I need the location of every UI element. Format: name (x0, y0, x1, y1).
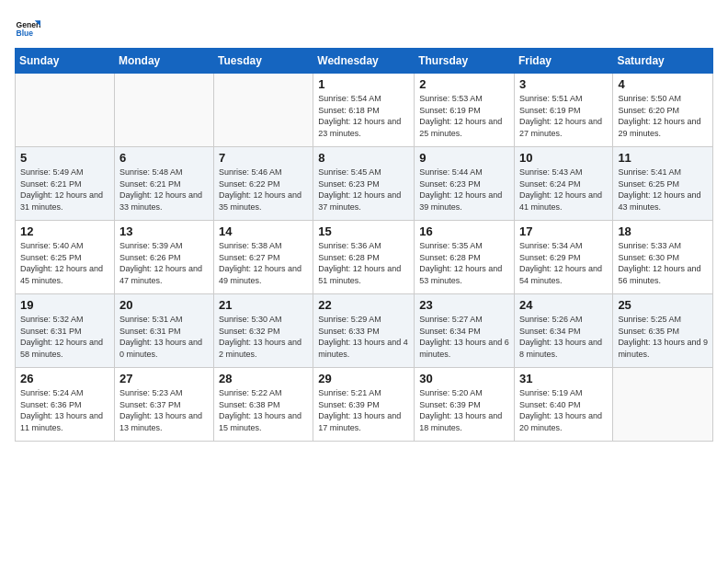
week-row-3: 12Sunrise: 5:40 AM Sunset: 6:25 PM Dayli… (16, 221, 713, 294)
day-number: 8 (318, 151, 409, 165)
column-header-saturday: Saturday (613, 49, 713, 74)
day-number: 5 (20, 151, 109, 165)
day-info: Sunrise: 5:33 AM Sunset: 6:30 PM Dayligh… (618, 240, 708, 286)
day-info: Sunrise: 5:34 AM Sunset: 6:29 PM Dayligh… (519, 240, 608, 286)
calendar-table: SundayMondayTuesdayWednesdayThursdayFrid… (15, 48, 713, 442)
day-number: 25 (618, 298, 708, 312)
day-info: Sunrise: 5:43 AM Sunset: 6:24 PM Dayligh… (519, 167, 608, 213)
day-number: 17 (519, 224, 608, 238)
day-number: 30 (419, 372, 509, 385)
calendar-cell: 18Sunrise: 5:33 AM Sunset: 6:30 PM Dayli… (613, 221, 713, 294)
calendar-cell: 12Sunrise: 5:40 AM Sunset: 6:25 PM Dayli… (16, 221, 115, 294)
day-info: Sunrise: 5:50 AM Sunset: 6:20 PM Dayligh… (618, 93, 708, 139)
column-header-friday: Friday (514, 49, 612, 74)
day-info: Sunrise: 5:46 AM Sunset: 6:22 PM Dayligh… (219, 167, 308, 213)
calendar-cell: 27Sunrise: 5:23 AM Sunset: 6:37 PM Dayli… (114, 368, 213, 442)
calendar-cell: 30Sunrise: 5:20 AM Sunset: 6:39 PM Dayli… (415, 368, 515, 442)
calendar-cell: 29Sunrise: 5:21 AM Sunset: 6:39 PM Dayli… (313, 368, 415, 442)
week-row-5: 26Sunrise: 5:24 AM Sunset: 6:36 PM Dayli… (16, 368, 713, 442)
calendar-cell: 23Sunrise: 5:27 AM Sunset: 6:34 PM Dayli… (415, 294, 515, 368)
day-info: Sunrise: 5:40 AM Sunset: 6:25 PM Dayligh… (20, 240, 109, 286)
day-number: 24 (519, 298, 608, 312)
calendar-cell: 3Sunrise: 5:51 AM Sunset: 6:19 PM Daylig… (514, 74, 612, 147)
day-info: Sunrise: 5:23 AM Sunset: 6:37 PM Dayligh… (119, 387, 209, 433)
week-row-2: 5Sunrise: 5:49 AM Sunset: 6:21 PM Daylig… (16, 147, 713, 221)
day-info: Sunrise: 5:31 AM Sunset: 6:31 PM Dayligh… (119, 314, 209, 360)
day-number: 28 (219, 372, 308, 385)
day-info: Sunrise: 5:25 AM Sunset: 6:35 PM Dayligh… (618, 314, 708, 360)
day-number: 2 (419, 77, 509, 91)
day-number: 11 (618, 151, 708, 165)
day-number: 16 (419, 224, 509, 238)
day-number: 27 (119, 372, 209, 385)
day-number: 1 (318, 77, 409, 91)
week-row-4: 19Sunrise: 5:32 AM Sunset: 6:31 PM Dayli… (16, 294, 713, 368)
day-number: 23 (419, 298, 509, 312)
day-info: Sunrise: 5:26 AM Sunset: 6:34 PM Dayligh… (519, 314, 608, 360)
calendar-cell (214, 74, 313, 147)
day-info: Sunrise: 5:29 AM Sunset: 6:33 PM Dayligh… (318, 314, 409, 360)
day-number: 3 (519, 77, 608, 91)
day-info: Sunrise: 5:32 AM Sunset: 6:31 PM Dayligh… (20, 314, 109, 360)
calendar-cell: 13Sunrise: 5:39 AM Sunset: 6:26 PM Dayli… (114, 221, 213, 294)
day-number: 9 (419, 151, 509, 165)
day-number: 22 (318, 298, 409, 312)
day-info: Sunrise: 5:51 AM Sunset: 6:19 PM Dayligh… (519, 93, 608, 139)
calendar-cell: 26Sunrise: 5:24 AM Sunset: 6:36 PM Dayli… (16, 368, 115, 442)
calendar-cell: 6Sunrise: 5:48 AM Sunset: 6:21 PM Daylig… (114, 147, 213, 221)
day-info: Sunrise: 5:39 AM Sunset: 6:26 PM Dayligh… (119, 240, 209, 286)
day-info: Sunrise: 5:48 AM Sunset: 6:21 PM Dayligh… (119, 167, 209, 213)
day-number: 14 (219, 224, 308, 238)
day-number: 6 (119, 151, 209, 165)
day-number: 15 (318, 224, 409, 238)
column-header-tuesday: Tuesday (214, 49, 313, 74)
calendar-cell: 24Sunrise: 5:26 AM Sunset: 6:34 PM Dayli… (514, 294, 612, 368)
day-info: Sunrise: 5:38 AM Sunset: 6:27 PM Dayligh… (219, 240, 308, 286)
day-number: 26 (20, 372, 109, 385)
calendar-cell: 8Sunrise: 5:45 AM Sunset: 6:23 PM Daylig… (313, 147, 415, 221)
day-number: 10 (519, 151, 608, 165)
svg-text:Blue: Blue (17, 29, 34, 38)
calendar-cell (16, 74, 115, 147)
column-header-wednesday: Wednesday (313, 49, 415, 74)
day-info: Sunrise: 5:35 AM Sunset: 6:28 PM Dayligh… (419, 240, 509, 286)
day-number: 20 (119, 298, 209, 312)
day-info: Sunrise: 5:53 AM Sunset: 6:19 PM Dayligh… (419, 93, 509, 139)
day-number: 12 (20, 224, 109, 238)
day-info: Sunrise: 5:27 AM Sunset: 6:34 PM Dayligh… (419, 314, 509, 360)
calendar-cell: 11Sunrise: 5:41 AM Sunset: 6:25 PM Dayli… (613, 147, 713, 221)
calendar-cell: 20Sunrise: 5:31 AM Sunset: 6:31 PM Dayli… (114, 294, 213, 368)
day-info: Sunrise: 5:21 AM Sunset: 6:39 PM Dayligh… (318, 387, 409, 433)
calendar-cell: 28Sunrise: 5:22 AM Sunset: 6:38 PM Dayli… (214, 368, 313, 442)
calendar-cell: 9Sunrise: 5:44 AM Sunset: 6:23 PM Daylig… (415, 147, 515, 221)
day-number: 4 (618, 77, 708, 91)
calendar-cell (114, 74, 213, 147)
page-header: General Blue (15, 15, 713, 40)
day-info: Sunrise: 5:49 AM Sunset: 6:21 PM Dayligh… (20, 167, 109, 213)
calendar-cell: 19Sunrise: 5:32 AM Sunset: 6:31 PM Dayli… (16, 294, 115, 368)
column-header-monday: Monday (114, 49, 213, 74)
calendar-cell: 21Sunrise: 5:30 AM Sunset: 6:32 PM Dayli… (214, 294, 313, 368)
column-header-sunday: Sunday (16, 49, 115, 74)
day-info: Sunrise: 5:20 AM Sunset: 6:39 PM Dayligh… (419, 387, 509, 433)
calendar-cell: 22Sunrise: 5:29 AM Sunset: 6:33 PM Dayli… (313, 294, 415, 368)
calendar-cell: 2Sunrise: 5:53 AM Sunset: 6:19 PM Daylig… (415, 74, 515, 147)
week-row-1: 1Sunrise: 5:54 AM Sunset: 6:18 PM Daylig… (16, 74, 713, 147)
day-info: Sunrise: 5:24 AM Sunset: 6:36 PM Dayligh… (20, 387, 109, 433)
day-info: Sunrise: 5:36 AM Sunset: 6:28 PM Dayligh… (318, 240, 409, 286)
day-number: 18 (618, 224, 708, 238)
calendar-cell: 25Sunrise: 5:25 AM Sunset: 6:35 PM Dayli… (613, 294, 713, 368)
day-number: 29 (318, 372, 409, 385)
logo: General Blue (15, 15, 40, 40)
logo-icon: General Blue (15, 15, 40, 40)
day-info: Sunrise: 5:44 AM Sunset: 6:23 PM Dayligh… (419, 167, 509, 213)
day-info: Sunrise: 5:22 AM Sunset: 6:38 PM Dayligh… (219, 387, 308, 433)
day-number: 7 (219, 151, 308, 165)
header-row: SundayMondayTuesdayWednesdayThursdayFrid… (16, 49, 713, 74)
day-info: Sunrise: 5:19 AM Sunset: 6:40 PM Dayligh… (519, 387, 608, 433)
calendar-cell: 5Sunrise: 5:49 AM Sunset: 6:21 PM Daylig… (16, 147, 115, 221)
calendar-cell: 17Sunrise: 5:34 AM Sunset: 6:29 PM Dayli… (514, 221, 612, 294)
day-number: 13 (119, 224, 209, 238)
day-info: Sunrise: 5:54 AM Sunset: 6:18 PM Dayligh… (318, 93, 409, 139)
day-info: Sunrise: 5:45 AM Sunset: 6:23 PM Dayligh… (318, 167, 409, 213)
